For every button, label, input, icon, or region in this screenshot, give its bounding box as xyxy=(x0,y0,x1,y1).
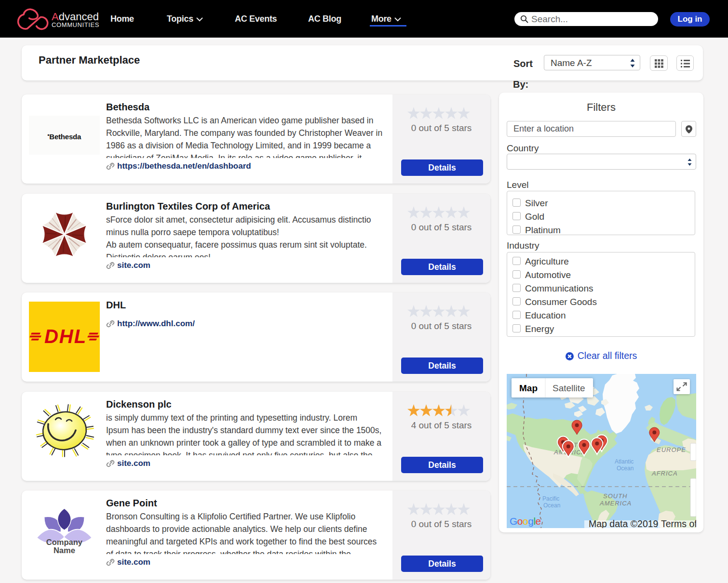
svg-text:Google: Google xyxy=(510,516,541,527)
svg-text:Map: Map xyxy=(519,383,538,393)
svg-text:Name: Name xyxy=(54,546,75,555)
svg-text:Pacific: Pacific xyxy=(542,495,559,502)
svg-text:AFRICA: AFRICA xyxy=(651,470,678,477)
svg-text:EUROPE: EUROPE xyxy=(657,446,686,453)
svg-text:Satellite: Satellite xyxy=(553,383,585,393)
svg-text:Map data ©2019: Map data ©2019 xyxy=(589,518,658,528)
svg-text:AMERICA: AMERICA xyxy=(599,500,632,507)
svg-text:SOUTH: SOUTH xyxy=(603,492,628,500)
svg-text:DHL: DHL xyxy=(44,326,87,347)
svg-text:Ocean: Ocean xyxy=(543,502,560,509)
svg-text:Company: Company xyxy=(46,538,83,546)
svg-text:Atlantic: Atlantic xyxy=(615,458,634,465)
svg-text:Ocean: Ocean xyxy=(617,465,634,472)
svg-text:Terms of: Terms of xyxy=(661,518,696,528)
